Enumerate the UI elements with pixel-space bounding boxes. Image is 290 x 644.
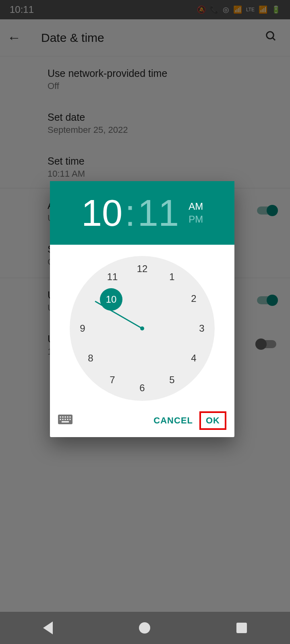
clock-num-6[interactable]: 6 (139, 382, 145, 394)
dialog-header: 10 : 11 AM PM (50, 181, 234, 245)
svg-rect-10 (65, 419, 66, 420)
svg-rect-3 (60, 416, 61, 417)
clock-num-7[interactable]: 7 (110, 374, 115, 386)
hour-display[interactable]: 10 (81, 192, 122, 234)
keyboard-icon (58, 414, 72, 425)
clock-num-11[interactable]: 11 (107, 271, 118, 283)
svg-rect-9 (62, 419, 64, 420)
minute-display[interactable]: 11 (138, 192, 179, 234)
nav-back-button[interactable] (43, 621, 53, 634)
svg-rect-6 (67, 416, 68, 417)
clock-num-1[interactable]: 1 (169, 271, 174, 283)
nav-home-button[interactable] (139, 622, 150, 634)
ok-highlight-box: OK (199, 411, 226, 430)
keyboard-input-button[interactable] (58, 414, 147, 427)
clock-num-4[interactable]: 4 (191, 353, 196, 364)
clock-num-3[interactable]: 3 (199, 323, 204, 334)
pm-button[interactable]: PM (188, 214, 203, 225)
svg-rect-8 (60, 419, 61, 420)
svg-rect-4 (62, 416, 64, 417)
svg-rect-7 (70, 416, 71, 417)
ok-button[interactable]: OK (204, 415, 222, 427)
svg-rect-5 (65, 416, 66, 417)
clock-num-5[interactable]: 5 (169, 374, 174, 386)
svg-rect-13 (62, 421, 69, 422)
clock-face[interactable]: 10 12 1 2 3 4 5 6 7 8 9 11 (70, 256, 215, 401)
svg-rect-11 (67, 419, 68, 420)
clock-center (140, 326, 144, 330)
clock-num-12[interactable]: 12 (137, 263, 148, 275)
svg-rect-12 (70, 419, 71, 420)
clock-area: 10 12 1 2 3 4 5 6 7 8 9 11 (50, 245, 234, 407)
ampm-toggle: AM PM (188, 201, 203, 225)
dialog-actions: CANCEL OK (50, 407, 234, 437)
time-picker-dialog: 10 : 11 AM PM 10 12 1 2 3 4 5 6 7 8 9 11 (50, 181, 234, 437)
nav-recent-button[interactable] (236, 623, 247, 633)
clock-num-8[interactable]: 8 (88, 353, 93, 364)
navigation-bar (0, 612, 290, 644)
clock-selected-hour[interactable]: 10 (100, 288, 122, 311)
am-button[interactable]: AM (188, 201, 203, 212)
clock-num-2[interactable]: 2 (191, 293, 196, 304)
cancel-button[interactable]: CANCEL (147, 411, 199, 430)
time-colon: : (125, 192, 135, 234)
clock-num-9[interactable]: 9 (80, 323, 85, 334)
